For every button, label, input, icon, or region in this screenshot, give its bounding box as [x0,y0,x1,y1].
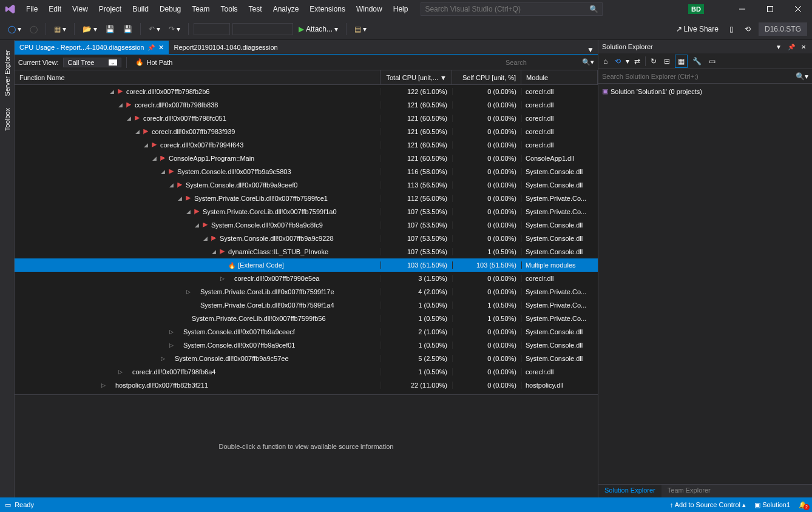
expander-icon[interactable]: ◢ [125,115,132,121]
menu-project[interactable]: Project [93,0,127,18]
expander-icon[interactable]: ▷ [159,355,166,362]
table-row[interactable]: ▷System.Private.CoreLib.dll!0x007ffb7599… [15,285,598,298]
expander-icon[interactable]: ▷ [167,342,175,348]
hot-path-button[interactable]: 🔥 Hot Path [132,57,176,67]
col-total-cpu[interactable]: Total CPU [unit,... ▼ [381,70,452,84]
quick-launch-search[interactable]: 🔍 [421,2,603,16]
properties-icon[interactable]: 🔧 [690,55,704,67]
col-function-name[interactable]: Function Name [15,70,381,84]
maximize-button[interactable] [756,0,784,18]
attach-button[interactable]: ▶ Attach... ▾ [296,23,341,35]
close-icon[interactable]: ✕ [158,44,164,52]
menu-build[interactable]: Build [127,0,154,18]
sync-icon[interactable]: ⇄ [632,55,643,67]
doc-tabs-dropdown[interactable]: ▼ [583,45,598,54]
col-module[interactable]: Module [521,70,598,84]
phone-icon[interactable]: ▯ [726,23,737,35]
new-project-button[interactable]: ▦▾ [51,23,69,35]
expander-icon[interactable]: ▷ [218,275,226,281]
search-icon[interactable]: 🔍▾ [796,72,808,81]
config-combo[interactable] [194,23,230,35]
table-row[interactable]: ◢⯈coreclr.dll!0x007ffb798fb2b6122 (61.00… [15,85,598,98]
expander-icon[interactable]: ◢ [193,222,200,228]
save-button[interactable]: 💾 [103,23,118,35]
table-row[interactable]: ◢⯈System.Console.dll!0x007ffb9a9c5803116… [15,165,598,178]
menu-test[interactable]: Test [243,0,268,18]
solution-status[interactable]: ▣ Solution1 [754,501,790,509]
menu-tools[interactable]: Tools [215,0,243,18]
minimize-button[interactable] [728,0,756,18]
doc-tab-1[interactable]: Report20190104-1040.diagsession [169,41,282,54]
table-row[interactable]: 🔥[External Code]103 (51.50%)103 (51.50%)… [15,258,598,272]
expander-icon[interactable]: ◢ [142,142,149,148]
preview-icon[interactable]: ▭ [706,55,718,67]
menu-analyze[interactable]: Analyze [268,0,305,18]
menu-file[interactable]: File [21,0,43,18]
expander-icon[interactable]: ◢ [108,89,115,95]
expander-icon[interactable]: ▷ [184,289,192,295]
expander-icon[interactable]: ◢ [176,195,183,201]
expander-icon[interactable]: ◢ [117,102,124,108]
process-button[interactable]: ▤▾ [351,23,370,35]
expander-icon[interactable]: ▷ [117,369,124,375]
table-row[interactable]: ▷coreclr.dll!0x007ffb7990e5ea3 (1.50%)0 … [15,272,598,285]
expander-icon[interactable]: ◢ [184,209,192,215]
quick-launch-input[interactable] [425,5,589,13]
table-row[interactable]: ◢⯈System.Console.dll!0x007ffb9a9c9228107… [15,232,598,245]
redo-button[interactable]: ↷▾ [166,23,183,35]
tab-solution-explorer[interactable]: Solution Explorer [598,485,661,497]
home-icon[interactable]: ⌂ [601,55,610,67]
table-row[interactable]: ▷coreclr.dll!0x007ffb798fb6a41 (0.50%)0 … [15,365,598,379]
server-explorer-tab[interactable]: Server Explorer [2,45,12,101]
expander-icon[interactable]: ◢ [210,249,217,255]
function-search-input[interactable] [506,59,578,66]
menu-debug[interactable]: Debug [154,0,186,18]
table-row[interactable]: ▷hostpolicy.dll!0x007ffb82b3f21122 (11.0… [15,379,598,392]
refresh-icon[interactable]: ↻ [648,55,659,67]
solution-search-input[interactable] [602,73,796,80]
table-row[interactable]: ◢⯈coreclr.dll!0x007ffb7994f643121 (60.50… [15,138,598,152]
panel-pin-icon[interactable]: 📌 [785,42,797,52]
table-row[interactable]: ◢⯈coreclr.dll!0x007ffb798fc051121 (60.50… [15,112,598,125]
table-row[interactable]: ▷System.Console.dll!0x007ffb9a9c57ee5 (2… [15,352,598,365]
toolbox-tab[interactable]: Toolbox [2,103,12,136]
menu-help[interactable]: Help [388,0,414,18]
table-row[interactable]: ▷System.Console.dll!0x007ffb9a9ceecf2 (1… [15,325,598,339]
back-icon[interactable]: ⟲ [612,55,623,67]
add-source-control[interactable]: ↑ Add to Source Control ▴ [670,501,746,509]
menu-extensions[interactable]: Extensions [304,0,351,18]
expander-icon[interactable]: ◢ [151,155,158,161]
feedback-icon[interactable]: ⟲ [742,23,754,35]
close-button[interactable] [784,0,812,18]
expander-icon[interactable]: ◢ [201,235,209,241]
view-combo[interactable]: Call Tree ⌄ [63,58,121,67]
collapse-icon[interactable]: ⊟ [661,55,672,67]
doc-tab-0[interactable]: CPU Usage - Report...4-1040.diagsession📌… [15,41,169,54]
open-file-button[interactable]: 📂▾ [80,23,100,35]
pin-icon[interactable]: 📌 [147,44,155,51]
solution-root-node[interactable]: ▣ Solution 'Solution1' (0 projects) [602,86,808,96]
show-all-icon[interactable]: ▦ [675,55,688,68]
table-row[interactable]: ◢⯈ConsoleApp1.Program::Main121 (60.50%)0… [15,152,598,165]
expander-icon[interactable]: ◢ [167,182,175,188]
expander-icon[interactable]: ▷ [167,329,175,335]
table-row[interactable]: ◢⯈System.Console.dll!0x007ffb9a9c8fc9107… [15,218,598,232]
table-row[interactable]: ◢⯈System.Private.CoreLib.dll!0x007ffb759… [15,205,598,218]
menu-team[interactable]: Team [186,0,215,18]
panel-close-icon[interactable]: ✕ [799,42,808,52]
live-share-button[interactable]: ↗ Live Share [673,23,722,35]
menu-window[interactable]: Window [351,0,388,18]
table-row[interactable]: ◢⯈dynamicClass::IL_STUB_PInvoke107 (53.5… [15,245,598,258]
user-badge[interactable]: BD [688,4,704,14]
table-row[interactable]: ▷System.Console.dll!0x007ffb9a9cef011 (0… [15,339,598,352]
platform-combo[interactable] [232,23,293,35]
notifications-icon[interactable]: 🔔2 [799,501,807,509]
table-row[interactable]: System.Private.CoreLib.dll!0x007ffb7599f… [15,312,598,325]
expander-icon[interactable]: ▷ [100,382,107,388]
table-row[interactable]: ◢⯈coreclr.dll!0x007ffb798fb838121 (60.50… [15,98,598,112]
col-self-cpu[interactable]: Self CPU [unit, %] [452,70,521,84]
expander-icon[interactable]: ◢ [134,129,141,135]
panel-dropdown-icon[interactable]: ▼ [773,42,784,52]
table-row[interactable]: ◢⯈System.Console.dll!0x007ffb9a9ceef0113… [15,178,598,192]
menu-edit[interactable]: Edit [43,0,67,18]
